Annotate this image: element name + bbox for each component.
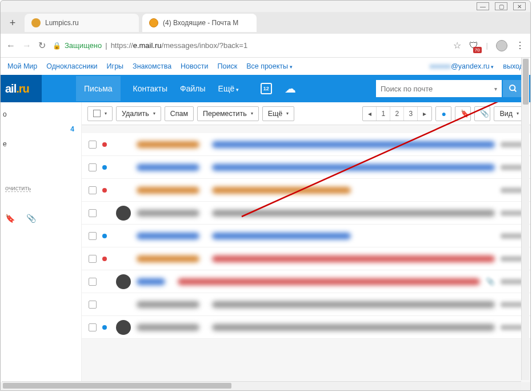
delete-button[interactable]: Удалить (116, 106, 161, 121)
toplink-odnoklassniki[interactable]: Одноклассники (46, 62, 97, 70)
avatar-icon (116, 274, 131, 289)
logout-link[interactable]: выход (503, 62, 523, 70)
status-dot (102, 279, 107, 284)
search-icon (509, 84, 518, 93)
row-checkbox[interactable] (89, 141, 97, 149)
divider: | (486, 41, 488, 50)
flag-icon[interactable]: 🔖 (5, 214, 15, 223)
window-minimize-button[interactable]: — (477, 2, 489, 10)
row-checkbox[interactable] (89, 301, 97, 309)
row-checkbox[interactable] (89, 323, 97, 331)
vertical-scrollbar[interactable] (521, 58, 529, 380)
unread-dot (102, 234, 107, 238)
row-checkbox[interactable] (89, 278, 97, 286)
toplink-news[interactable]: Новости (181, 62, 208, 70)
row-checkbox[interactable] (89, 163, 97, 171)
filter-flag-button[interactable]: 🔖 (455, 106, 471, 121)
status-dot (102, 211, 107, 215)
time-blurred (501, 142, 523, 147)
window-close-button[interactable]: ✕ (513, 2, 526, 10)
row-checkbox[interactable] (89, 209, 97, 217)
browser-tab-1[interactable]: Lumpics.ru (25, 14, 139, 32)
calendar-icon[interactable]: 12 (261, 83, 272, 94)
avatar-icon (116, 320, 131, 335)
nav-contacts[interactable]: Контакты (133, 84, 167, 93)
toplink-search[interactable]: Поиск (217, 62, 237, 70)
time-blurred (501, 279, 523, 285)
select-all-button[interactable] (87, 106, 113, 121)
filter-unread-button[interactable]: ● (435, 106, 451, 121)
nav-more[interactable]: Ещё (218, 84, 239, 93)
attachment-icon[interactable]: 📎 (26, 214, 36, 223)
profile-button[interactable] (496, 40, 507, 51)
extension-icon[interactable]: 🛡70 (469, 41, 478, 51)
subject-blurred (212, 301, 495, 308)
message-row[interactable] (82, 202, 530, 225)
pager-next[interactable]: ▸ (418, 107, 431, 121)
search-input[interactable] (381, 85, 494, 93)
toplink-games[interactable]: Игры (107, 62, 123, 70)
sidebar-clear-link[interactable]: очистить (5, 185, 31, 192)
time-blurred (501, 187, 523, 193)
window-maximize-button[interactable]: ▢ (495, 2, 507, 10)
reload-button[interactable]: ↻ (38, 40, 46, 51)
toplink-projects[interactable]: Все проекты (246, 62, 292, 70)
pager-2[interactable]: 2 (390, 107, 404, 121)
subject-blurred (212, 187, 351, 194)
message-row[interactable] (82, 293, 530, 316)
url-host: e.mail.ru (133, 41, 162, 50)
sidebar-inbox-count[interactable]: 4 (1, 122, 81, 137)
browser-tab-2[interactable]: (4) Входящие - Почта M (142, 14, 257, 32)
filter-attach-button[interactable]: 📎 (474, 106, 490, 121)
search-box[interactable]: ▾ (376, 80, 502, 97)
mail-header: ail.ru Письма Контакты Файлы Ещё 12 ☁ ▾ (1, 75, 530, 102)
message-row[interactable]: 📎 (82, 270, 530, 293)
message-row[interactable] (82, 179, 530, 202)
subject-blurred (212, 324, 495, 331)
secure-label: Защищено (65, 41, 102, 50)
search-dropdown-icon[interactable]: ▾ (494, 86, 497, 92)
search-button[interactable] (503, 80, 523, 97)
back-button[interactable]: ← (6, 41, 15, 51)
view-button[interactable]: Вид (494, 106, 525, 121)
row-checkbox[interactable] (89, 232, 97, 240)
nav-files[interactable]: Файлы (180, 84, 205, 93)
pager-1[interactable]: 1 (377, 107, 390, 121)
row-checkbox[interactable] (89, 255, 97, 263)
user-email-dropdown[interactable]: xxxxxx@yandex.ru ▾ (430, 62, 494, 70)
spam-button[interactable]: Спам (165, 106, 194, 121)
time-blurred (501, 256, 523, 262)
pager-3[interactable]: 3 (404, 107, 418, 121)
subject-blurred (212, 210, 495, 217)
toplink-moi-mir[interactable]: Мой Мир (7, 62, 37, 70)
message-row[interactable] (82, 133, 530, 156)
star-icon[interactable]: ☆ (453, 40, 461, 51)
message-row[interactable] (82, 225, 530, 247)
message-row[interactable] (82, 247, 530, 270)
message-row[interactable] (82, 316, 530, 339)
pager-prev[interactable]: ◂ (363, 107, 377, 121)
message-row[interactable] (82, 156, 530, 179)
unread-dot (102, 325, 107, 330)
svg-line-1 (514, 90, 516, 91)
sender-blurred (137, 324, 199, 331)
toplink-dating[interactable]: Знакомства (133, 62, 171, 70)
favicon-icon (31, 18, 41, 27)
browser-menu-button[interactable]: ⋮ (515, 40, 525, 51)
row-checkbox[interactable] (89, 186, 97, 194)
pager: ◂ 1 2 3 ▸ (362, 106, 432, 121)
cloud-icon[interactable]: ☁ (285, 82, 296, 95)
url-input[interactable]: 🔒 Защищено | https://e.mail.ru/messages/… (53, 41, 446, 50)
mail-logo[interactable]: ail.ru (1, 75, 42, 102)
browser-tabs: + Lumpics.ru (4) Входящие - Почта M (1, 12, 530, 34)
more-button[interactable]: Ещё (262, 106, 295, 121)
sidebar-fragment: о (1, 107, 81, 122)
move-button[interactable]: Переместить (197, 106, 259, 121)
horizontal-scrollbar[interactable] (2, 381, 521, 389)
subject-blurred (212, 255, 495, 262)
forward-button[interactable]: → (22, 41, 31, 51)
unread-dot (102, 165, 107, 170)
nav-letters[interactable]: Письма (76, 76, 121, 101)
favicon-icon (149, 18, 158, 27)
new-tab-button[interactable]: + (4, 14, 21, 31)
